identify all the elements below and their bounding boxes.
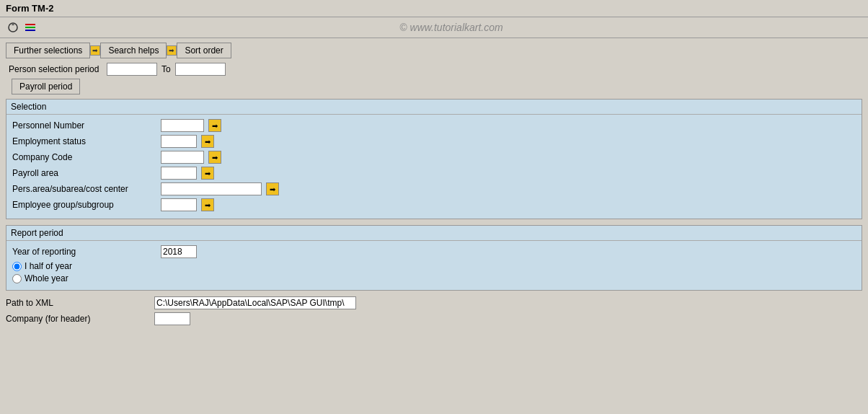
settings-icon[interactable]: [23, 20, 37, 35]
field-row: Company Code ➡: [12, 151, 856, 164]
personnel-number-input[interactable]: [161, 119, 204, 132]
tab-bar: Further selections ➡ Search helps ➡ Sort…: [6, 43, 862, 58]
field-label: Company Code: [12, 152, 156, 162]
search-helps-tab[interactable]: Search helps: [100, 43, 167, 58]
field-label: Pers.area/subarea/cost center: [12, 184, 156, 194]
svg-rect-2: [25, 27, 35, 28]
search-helps-arrow: ➡: [167, 45, 177, 56]
field-row: Employment status ➡: [12, 135, 856, 148]
path-xml-input[interactable]: [154, 296, 356, 309]
employment-status-input[interactable]: [161, 135, 197, 148]
period-to-input[interactable]: [175, 63, 226, 76]
company-header-label: Company (for header): [6, 314, 150, 324]
period-label: Person selection period: [9, 64, 102, 74]
report-period-section: Report period Year of reporting I half o…: [6, 225, 862, 291]
svg-rect-3: [25, 30, 35, 31]
year-label: Year of reporting: [12, 247, 156, 257]
whole-year-radio[interactable]: [12, 274, 22, 283]
pers-area-arrow-btn[interactable]: ➡: [266, 182, 279, 195]
payroll-area-arrow-btn[interactable]: ➡: [201, 167, 214, 180]
path-xml-row: Path to XML: [6, 296, 862, 309]
half-year-radio[interactable]: [12, 262, 22, 271]
form-title: Form TM-2: [6, 3, 53, 14]
company-code-arrow-btn[interactable]: ➡: [208, 151, 221, 164]
field-label: Personnel Number: [12, 120, 156, 131]
watermark: © www.tutorialkart.com: [40, 22, 862, 33]
employment-status-arrow-btn[interactable]: ➡: [201, 135, 214, 148]
sort-order-tab[interactable]: Sort order: [177, 43, 231, 58]
period-from-input[interactable]: [107, 63, 157, 76]
field-row: Personnel Number ➡: [12, 119, 856, 132]
report-period-content: Year of reporting I half of year Whole y…: [6, 241, 862, 290]
field-row: Pers.area/subarea/cost center ➡: [12, 182, 856, 195]
toolbar: © www.tutorialkart.com: [0, 17, 868, 38]
payroll-area-input[interactable]: [161, 167, 197, 180]
path-xml-label: Path to XML: [6, 298, 150, 308]
to-label: To: [161, 64, 171, 74]
selection-content: Personnel Number ➡ Employment status ➡ C…: [6, 115, 862, 219]
personnel-number-arrow-btn[interactable]: ➡: [208, 119, 221, 132]
payroll-period-button[interactable]: Payroll period: [12, 79, 80, 94]
main-content: Further selections ➡ Search helps ➡ Sort…: [0, 38, 868, 332]
company-header-input[interactable]: [154, 312, 190, 325]
whole-year-radio-row: Whole year: [12, 273, 856, 283]
half-year-radio-row: I half of year: [12, 261, 856, 271]
further-selections-tab[interactable]: Further selections: [6, 43, 90, 58]
title-bar: Form TM-2: [0, 0, 868, 17]
report-period-title: Report period: [6, 226, 862, 241]
selection-section: Selection Personnel Number ➡ Employment …: [6, 99, 862, 219]
further-selections-arrow: ➡: [90, 45, 100, 56]
employee-group-arrow-btn[interactable]: ➡: [201, 198, 214, 211]
whole-year-label: Whole year: [25, 273, 68, 283]
year-input[interactable]: [161, 245, 197, 258]
field-label: Employment status: [12, 136, 156, 146]
half-year-label: I half of year: [25, 261, 72, 271]
company-code-input[interactable]: [161, 151, 204, 164]
field-label: Payroll area: [12, 168, 156, 178]
employee-group-input[interactable]: [161, 198, 197, 211]
pers-area-input[interactable]: [161, 182, 262, 195]
selection-title: Selection: [6, 100, 862, 115]
field-row: Payroll area ➡: [12, 167, 856, 180]
refresh-icon[interactable]: [6, 20, 20, 35]
field-row: Employee group/subgroup ➡: [12, 198, 856, 211]
period-row: Person selection period To: [6, 63, 862, 76]
company-header-row: Company (for header): [6, 312, 862, 325]
svg-rect-1: [25, 24, 35, 25]
field-label: Employee group/subgroup: [12, 200, 156, 210]
year-row: Year of reporting: [12, 245, 856, 258]
